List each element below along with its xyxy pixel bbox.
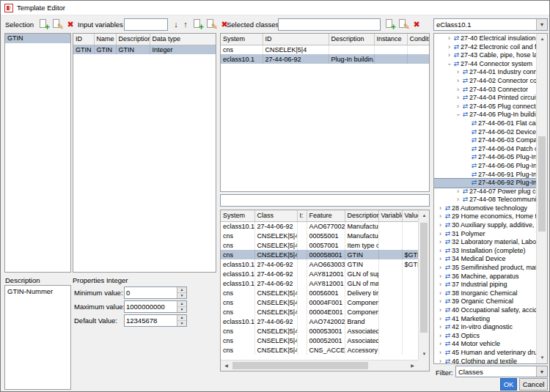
scroll-down-icon[interactable]: ▼ <box>419 349 430 360</box>
chevron-right-icon[interactable]: › <box>455 188 461 196</box>
column-header[interactable]: Condition <box>407 34 430 45</box>
chevron-right-icon[interactable]: › <box>437 212 444 221</box>
add-icon[interactable]: + <box>193 19 203 29</box>
chevron-down-icon[interactable]: ▼ <box>536 19 547 30</box>
tree-item[interactable]: ›⇄27-42 Electronic coil and filter <box>434 43 536 52</box>
tree-item[interactable]: ›⇄27-44-07 Power plug conn... <box>434 188 536 196</box>
chevron-right-icon[interactable]: › <box>437 306 444 315</box>
move-up-icon[interactable]: ↑ <box>181 18 190 30</box>
chevron-right-icon[interactable]: › <box>455 94 461 103</box>
minimum-value-input[interactable] <box>125 287 177 298</box>
chevron-right-icon[interactable]: › <box>455 103 461 111</box>
cancel-button[interactable]: Cancel <box>519 378 548 391</box>
tree-item[interactable]: ⇄27-44-06-01 Flat cabl... <box>434 119 536 128</box>
tree-item[interactable]: ›⇄31 Polymer <box>434 230 536 239</box>
column-header[interactable]: Variable <box>378 210 402 221</box>
chevron-down-icon[interactable]: ▼ <box>536 366 547 377</box>
tree-item[interactable]: ›⇄42 In-vitro diagnostic <box>434 323 536 332</box>
tree-item[interactable]: ›⇄27-44-03 Connector <box>434 86 536 95</box>
table-row[interactable]: eclass10.127-44-06-92Plug-In buildin... <box>221 54 430 64</box>
column-header[interactable]: Name <box>94 34 116 45</box>
vertical-scrollbar[interactable]: ▲ ▼ <box>418 210 429 360</box>
chevron-right-icon[interactable]: › <box>455 77 461 86</box>
horizontal-scrollbar[interactable]: ◀ ▶ <box>221 360 418 371</box>
column-header[interactable]: Data type <box>150 34 216 45</box>
spin-down-icon[interactable]: ▼ <box>177 321 186 326</box>
table-row[interactable]: eclass10.127-44-06-92AAO663003GTIN$GTIN. <box>221 259 418 269</box>
default-value-input[interactable] <box>125 315 177 326</box>
tree-item[interactable]: ›⇄46 Clothing and textile <box>434 358 536 363</box>
description-textarea[interactable]: GTIN-Nummer <box>4 285 71 390</box>
column-header[interactable]: Description <box>345 210 378 221</box>
tree-item[interactable]: ›⇄41 Marketing <box>434 315 536 324</box>
table-row[interactable]: cnsCNSELEK|5|400056001Delivery tim... <box>221 288 418 297</box>
tree-item[interactable]: ⇄27-44-06-92 Plug-In ... <box>434 179 536 188</box>
chevron-right-icon[interactable]: › <box>455 86 461 95</box>
expression-input[interactable] <box>220 194 430 207</box>
delete-icon[interactable]: ✖ <box>65 19 76 29</box>
table-row[interactable]: GTINGTINGTINInteger <box>73 45 216 54</box>
tree-item[interactable]: ›⇄30 Auxiliary supply, additive, cle... <box>434 221 536 230</box>
scroll-right-icon[interactable]: ▶ <box>407 360 418 371</box>
column-header[interactable]: Description <box>116 34 150 45</box>
tree-item[interactable]: ⇄27-44-06-04 Patch co... <box>434 145 536 154</box>
chevron-right-icon[interactable]: › <box>437 204 444 213</box>
table-row[interactable]: cnsCNSELEK|5|4000053001Associated ... <box>221 326 418 336</box>
tree-item[interactable]: ›⇄27-43 Cable, pipe, hose layin... <box>434 51 536 60</box>
classes-table[interactable]: SystemIDDescriptionInstanceCondition cns… <box>221 34 430 64</box>
table-row[interactable]: cnsCNSELEK|5|400057001Item type o... <box>221 240 418 250</box>
table-row[interactable]: cnsCNSELEK|5|4 <box>221 45 430 54</box>
chevron-right-icon[interactable]: › <box>437 340 444 349</box>
chevron-right-icon[interactable]: › <box>446 43 452 52</box>
tree-item[interactable]: ›⇄27-44-02 Connector com... <box>434 77 536 86</box>
tree-item[interactable]: ›⇄27-44-06 Plug-In buildin... <box>434 111 536 119</box>
tree-item[interactable]: ›⇄35 Semifinished product, material <box>434 264 536 273</box>
add-icon[interactable]: + <box>385 19 395 29</box>
edit-icon[interactable]: ✎ <box>52 19 62 29</box>
tree-item[interactable]: ›⇄29 Home economics, Home tec... <box>434 212 536 221</box>
column-header[interactable]: System <box>221 210 254 221</box>
chevron-right-icon[interactable]: › <box>437 264 444 273</box>
add-icon[interactable]: + <box>39 19 49 29</box>
column-header[interactable]: Value <box>402 210 418 221</box>
vertical-scrollbar[interactable]: ▲ ▼ <box>536 34 547 363</box>
table-row[interactable]: eclass10.127-44-06-92AAO742002Brand <box>221 317 418 326</box>
edit-icon[interactable]: ✎ <box>206 19 216 29</box>
chevron-right-icon[interactable]: › <box>437 221 444 230</box>
chevron-right-icon[interactable]: › <box>437 349 444 358</box>
chevron-right-icon[interactable]: › <box>437 238 444 247</box>
spin-down-icon[interactable]: ▼ <box>177 307 186 312</box>
tree-item[interactable]: ›⇄38 Inorganic Chemical <box>434 289 536 298</box>
title-bar[interactable]: Template Editor <box>1 1 549 15</box>
tree-item[interactable]: ›⇄27-44-01 Industry conne... <box>434 68 536 77</box>
tree-item[interactable]: ⇄27-44-06-91 Plug-In ... <box>434 171 536 180</box>
scroll-thumb[interactable] <box>420 223 428 333</box>
chevron-right-icon[interactable]: › <box>446 51 452 60</box>
chevron-right-icon[interactable]: › <box>437 289 444 298</box>
chevron-right-icon[interactable]: › <box>437 247 444 256</box>
spin-up-icon[interactable]: ▲ <box>177 301 186 307</box>
chevron-right-icon[interactable]: › <box>455 68 461 77</box>
tree-item[interactable]: ›⇄36 Machine, apparatus <box>434 273 536 281</box>
tree-item[interactable]: ›⇄45 Human and veterinary drug, ... <box>434 349 536 358</box>
chevron-right-icon[interactable]: › <box>437 358 444 363</box>
tree-item[interactable]: ›⇄27-44-04 Printed circuit b... <box>434 94 536 103</box>
tree-item[interactable]: ›⇄44 Motor vehicle <box>434 340 536 349</box>
chevron-right-icon[interactable]: › <box>446 34 452 43</box>
class-tree[interactable]: ›⇄27-40 Electrical insulation an...›⇄27-… <box>434 34 536 363</box>
tree-item[interactable]: ›⇄27-44-08 Telecommunica... <box>434 196 536 204</box>
scroll-thumb[interactable] <box>232 362 368 369</box>
table-row[interactable]: cnsCNSELEK|5|400004E001Componen... <box>221 307 418 317</box>
column-header[interactable]: Instance <box>374 34 407 45</box>
tree-item[interactable]: ⇄27-44-06-02 Device c... <box>434 128 536 137</box>
column-header[interactable]: ID <box>73 34 94 45</box>
tree-item[interactable]: ›⇄27-40 Electrical insulation an... <box>434 34 536 43</box>
tree-item[interactable]: ›⇄27-44-05 Plug connection <box>434 103 536 111</box>
spin-down-icon[interactable]: ▼ <box>177 293 186 298</box>
table-row[interactable]: cnsCNSELEK|5|400004F001Componen... <box>221 297 418 307</box>
table-row[interactable]: eclass10.127-44-06-92AAY812001GLN of sup… <box>221 269 418 278</box>
spin-up-icon[interactable]: ▲ <box>177 287 186 293</box>
scroll-left-icon[interactable]: ◀ <box>221 360 232 371</box>
chevron-right-icon[interactable]: › <box>437 323 444 332</box>
classification-system-combo[interactable]: eClass10.1 ▼ <box>433 18 548 31</box>
